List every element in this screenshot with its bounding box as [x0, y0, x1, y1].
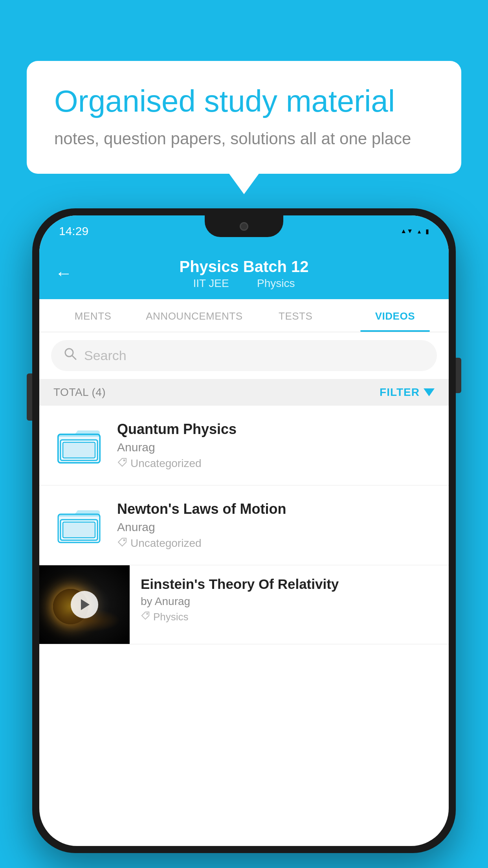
status-time: 14:29 [59, 224, 88, 238]
filter-button[interactable]: FILTER [380, 386, 435, 399]
video-author: by Anurag [141, 595, 438, 608]
video-thumbnail [39, 565, 130, 644]
tag-icon [117, 537, 127, 550]
tag-label: Uncategorized [130, 537, 202, 550]
signal-icon: ▴ [418, 228, 421, 235]
video-tag: Uncategorized [117, 537, 435, 550]
svg-point-10 [123, 539, 125, 541]
video-title: Einstein's Theory Of Relativity [141, 576, 438, 592]
speech-bubble-heading: Organised study material [54, 85, 434, 118]
total-count: TOTAL (4) [53, 386, 106, 399]
play-icon [81, 599, 90, 610]
svg-rect-9 [63, 522, 95, 538]
phone-container: 14:29 ▲▼ ▴ ▮ ← Physics Batch 12 IIT JEE … [32, 208, 456, 853]
filter-icon [424, 388, 435, 396]
search-icon [64, 347, 77, 364]
speech-bubble-subtext: notes, question papers, solutions all at… [54, 129, 434, 148]
tag-label: Physics [153, 611, 189, 623]
subtitle-iitjee: IIT JEE [193, 277, 229, 289]
tabs-bar: MENTS ANNOUNCEMENTS TESTS VIDEOS [39, 299, 449, 332]
video-info: Quantum Physics Anurag Uncategorized [117, 421, 435, 470]
svg-point-6 [123, 459, 125, 461]
tab-videos[interactable]: VIDEOS [345, 299, 445, 332]
app-header: ← Physics Batch 12 IIT JEE Physics [39, 247, 449, 299]
folder-icon [57, 506, 101, 545]
wifi-icon: ▲▼ [400, 228, 413, 235]
play-button[interactable] [71, 591, 98, 618]
list-item[interactable]: Einstein's Theory Of Relativity by Anura… [39, 565, 449, 644]
video-info: Einstein's Theory Of Relativity by Anura… [130, 565, 449, 634]
tab-ments[interactable]: MENTS [43, 299, 143, 332]
filter-bar: TOTAL (4) FILTER [39, 379, 449, 406]
video-title: Quantum Physics [117, 421, 435, 438]
search-container: Search [39, 332, 449, 379]
filter-label: FILTER [380, 386, 420, 399]
video-info: Newton's Laws of Motion Anurag Uncategor… [117, 501, 435, 550]
folder-thumbnail [53, 500, 105, 551]
search-input[interactable]: Search [84, 348, 127, 363]
subtitle-physics: Physics [257, 277, 295, 289]
status-icons: ▲▼ ▴ ▮ [400, 228, 429, 235]
tag-icon [117, 457, 127, 470]
tab-tests[interactable]: TESTS [246, 299, 345, 332]
subtitle-separator [242, 277, 248, 289]
video-list: Quantum Physics Anurag Uncategorized [39, 406, 449, 644]
phone-outer: 14:29 ▲▼ ▴ ▮ ← Physics Batch 12 IIT JEE … [32, 208, 456, 853]
speech-bubble-wrapper: Organised study material notes, question… [27, 61, 461, 174]
tag-label: Uncategorized [130, 457, 202, 470]
list-item[interactable]: Newton's Laws of Motion Anurag Uncategor… [39, 485, 449, 565]
status-bar: 14:29 ▲▼ ▴ ▮ [39, 215, 449, 247]
svg-line-1 [72, 355, 76, 359]
list-item[interactable]: Quantum Physics Anurag Uncategorized [39, 406, 449, 485]
header-title: Physics Batch 12 [55, 258, 433, 276]
back-button[interactable]: ← [55, 263, 72, 283]
search-bar[interactable]: Search [51, 340, 437, 371]
tag-icon [141, 611, 150, 623]
svg-point-11 [146, 613, 148, 615]
folder-thumbnail [53, 420, 105, 471]
header-subtitle: IIT JEE Physics [55, 277, 433, 290]
video-author: Anurag [117, 441, 435, 454]
notch [205, 215, 283, 237]
folder-icon [57, 426, 101, 465]
tab-announcements[interactable]: ANNOUNCEMENTS [143, 299, 246, 332]
video-tag: Uncategorized [117, 457, 435, 470]
phone-inner: 14:29 ▲▼ ▴ ▮ ← Physics Batch 12 IIT JEE … [39, 215, 449, 846]
svg-rect-5 [63, 442, 95, 458]
speech-bubble: Organised study material notes, question… [27, 61, 461, 174]
video-author: Anurag [117, 520, 435, 534]
video-tag: Physics [141, 611, 438, 623]
video-title: Newton's Laws of Motion [117, 501, 435, 517]
camera [240, 222, 248, 231]
battery-icon: ▮ [426, 228, 429, 235]
